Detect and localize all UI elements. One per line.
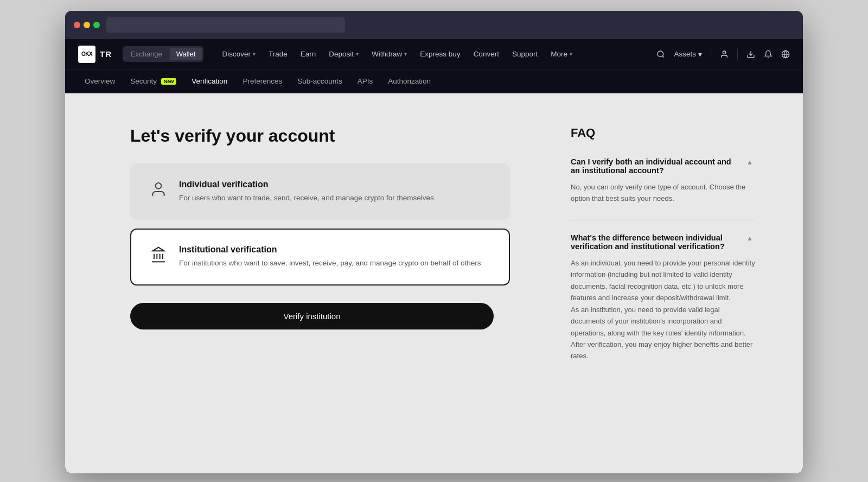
subnav-overview[interactable]: Overview [78, 73, 122, 90]
assets-button[interactable]: Assets ▾ [674, 50, 702, 59]
minimize-dot[interactable] [84, 22, 90, 28]
bank-icon [149, 246, 168, 263]
chevron-down-icon: ▾ [404, 51, 407, 57]
nav-withdraw[interactable]: Withdraw ▾ [366, 47, 412, 61]
logo-text: OKX [81, 51, 92, 57]
faq-question-1[interactable]: Can I verify both an individual account … [571, 157, 755, 175]
nav-deposit[interactable]: Deposit ▾ [323, 47, 364, 61]
subnav-sub-accounts[interactable]: Sub-accounts [291, 73, 349, 90]
individual-verification-card[interactable]: Individual verification For users who wa… [130, 163, 510, 220]
institutional-card-content: Institutional verification For instituti… [179, 245, 481, 269]
browser-dots [74, 22, 100, 28]
chevron-down-icon: ▾ [570, 51, 572, 57]
nav-convert[interactable]: Convert [468, 47, 505, 61]
nav-items: Discover ▾ Trade Earn Deposit ▾ Withdraw… [216, 47, 652, 61]
institutional-card-desc: For institutions who want to save, inves… [179, 258, 481, 269]
faq-divider-1 [571, 220, 755, 220]
institutional-verification-card[interactable]: Institutional verification For instituti… [130, 229, 510, 285]
profile-icon[interactable] [720, 50, 729, 59]
individual-card-desc: For users who want to trade, send, recei… [179, 193, 434, 204]
subnav-preferences[interactable]: Preferences [236, 73, 289, 90]
chevron-down-icon: ▾ [698, 50, 702, 59]
page-content: Let's verify your account Individual ver… [65, 93, 803, 473]
nav-discover[interactable]: Discover ▾ [216, 47, 261, 61]
individual-card-title: Individual verification [179, 180, 434, 189]
chevron-down-icon: ▾ [356, 51, 359, 57]
svg-point-6 [156, 183, 162, 189]
browser-chrome [65, 11, 803, 39]
chevron-up-icon-2: ▲ [746, 234, 755, 242]
nav-right: Assets ▾ [656, 49, 790, 60]
chevron-down-icon: ▾ [253, 51, 256, 57]
nav-express-buy[interactable]: Express buy [414, 47, 465, 61]
faq-answer-1: No, you can only verify one type of acco… [571, 181, 755, 205]
faq-question-2[interactable]: What's the difference between individual… [571, 233, 755, 251]
svg-point-2 [723, 51, 725, 54]
nav-support[interactable]: Support [507, 47, 543, 61]
tab-switcher: Exchange Wallet [123, 46, 203, 62]
new-badge: New [161, 78, 177, 85]
nav-earn[interactable]: Earn [295, 47, 322, 61]
faq-item-1: Can I verify both an individual account … [571, 157, 755, 205]
maximize-dot[interactable] [93, 22, 100, 28]
download-icon[interactable] [746, 50, 755, 59]
sub-nav: Overview Security New Verification Prefe… [65, 69, 803, 93]
logo-box: OKX [78, 46, 95, 63]
address-bar[interactable] [106, 17, 345, 33]
faq-answer-2: As an individual, you need to provide yo… [571, 257, 755, 362]
close-dot[interactable] [74, 22, 80, 28]
nav-divider [711, 49, 711, 60]
faq-title: FAQ [571, 126, 755, 140]
faq-sidebar: FAQ Can I verify both an individual acco… [553, 93, 781, 473]
top-nav: OKX TR Exchange Wallet Discover ▾ Trade … [65, 39, 803, 69]
page-title: Let's verify your account [130, 126, 510, 146]
nav-more[interactable]: More ▾ [545, 47, 578, 61]
search-button[interactable] [656, 50, 665, 59]
person-icon [149, 181, 168, 198]
nav-trade[interactable]: Trade [263, 47, 293, 61]
globe-icon[interactable] [781, 50, 790, 59]
institutional-card-title: Institutional verification [179, 245, 481, 255]
nav-divider-2 [737, 49, 738, 60]
subnav-apis[interactable]: APIs [351, 73, 380, 90]
exchange-tab[interactable]: Exchange [124, 48, 169, 60]
svg-line-1 [663, 56, 665, 58]
notification-icon[interactable] [764, 50, 773, 59]
browser-window: OKX TR Exchange Wallet Discover ▾ Trade … [65, 11, 803, 473]
individual-card-content: Individual verification For users who wa… [179, 180, 434, 204]
subnav-verification[interactable]: Verification [185, 73, 234, 90]
wallet-tab[interactable]: Wallet [170, 48, 202, 60]
faq-item-2: What's the difference between individual… [571, 233, 755, 362]
chevron-up-icon: ▲ [746, 158, 755, 166]
app: OKX TR Exchange Wallet Discover ▾ Trade … [65, 39, 803, 473]
subnav-security[interactable]: Security New [124, 73, 183, 90]
subnav-authorization[interactable]: Authorization [381, 73, 437, 90]
svg-point-0 [658, 51, 663, 57]
verify-institution-button[interactable]: Verify institution [130, 303, 494, 329]
main-content: Let's verify your account Individual ver… [65, 93, 553, 473]
brand-name: TR [100, 49, 112, 59]
logo-area: OKX TR [78, 46, 112, 63]
svg-marker-12 [152, 248, 164, 251]
